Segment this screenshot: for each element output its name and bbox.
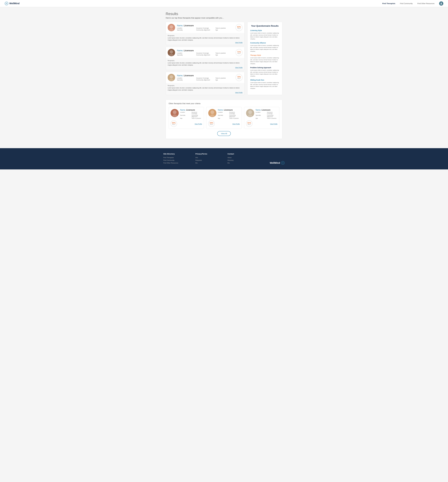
therapist-info-1: Name, Licensure Location Insurance Cover… <box>177 24 234 31</box>
match-percent-2: 71% <box>237 51 241 53</box>
other-card-footer-3: 41% Match View Profile <box>246 120 277 127</box>
footer-link-2-1[interactable]: Directory <box>228 159 252 161</box>
results-subtitle: Here's our top three therapists that app… <box>166 17 282 19</box>
q-item-text-1: Lorem ipsum dolor sit amet, consetetur s… <box>250 44 279 52</box>
footer-col-title-1: Privacy/Terms <box>196 153 220 155</box>
other-therapists-section: Other therapists that meet your criteria… <box>166 100 282 139</box>
footer-link-1-2[interactable]: Etc. <box>196 162 220 164</box>
svg-point-9 <box>172 114 177 117</box>
q-item-1: Community Alliance Lorem ipsum dolor sit… <box>250 42 279 52</box>
other-therapists-title: Other therapists that meet your criteria <box>169 103 279 105</box>
other-view-profile-link-2[interactable]: View Profile <box>232 123 240 125</box>
therapist-meta-3: Location Insurance Coverage Years in pra… <box>177 77 234 81</box>
top-therapist-list: Name, Licensure Location Insurance Cover… <box>166 22 244 95</box>
other-card-header-2: Name, Licensure Location Insurance Cover… <box>208 109 240 119</box>
face-svg-3 <box>168 74 175 81</box>
other-match-percent-3: 41% <box>247 122 251 124</box>
therapist-name-2: Name, Licensure <box>177 49 234 52</box>
match-circle-1: 83% Match <box>236 24 243 31</box>
q-item-title-2: Therapy Style <box>250 54 279 56</box>
therapist-info-2: Name, Licensure Location Insurance Cover… <box>177 49 234 56</box>
match-circle-3: 70% Match <box>236 74 243 81</box>
other-avatar-1 <box>171 109 179 117</box>
svg-point-7 <box>169 79 173 81</box>
other-card-header-1: Name, Licensure Location Insurance Cover… <box>171 109 202 119</box>
therapist-meta-1: Location Insurance Coverage Years in pra… <box>177 27 234 31</box>
footer-inner: Site DirectoryFind TherapistsFind Commun… <box>163 153 285 165</box>
other-view-profile-link-1[interactable]: View Profile <box>195 123 202 125</box>
svg-point-11 <box>210 114 215 117</box>
q-item-title-1: Community Alliance <box>250 42 279 44</box>
brain-icon <box>5 2 8 5</box>
footer-link-2-0[interactable]: About <box>228 157 252 159</box>
therapist-avatar-3 <box>168 74 175 81</box>
footer-logo-text: WellMind <box>270 162 280 164</box>
questionnaire-items: Listening Style Lorem ipsum dolor sit am… <box>250 30 279 89</box>
nav-links: Find Therapists Find Community Find Othe… <box>382 2 434 4</box>
therapist-card-3: Name, Licensure Location Insurance Cover… <box>166 72 244 95</box>
therapist-avatar-1 <box>168 24 175 31</box>
user-icon <box>440 2 442 5</box>
therapist-info-3: Name, Licensure Location Insurance Cover… <box>177 74 234 81</box>
main-content: Results Here's our top three therapists … <box>163 7 285 148</box>
q-item-text-3: Lorem ipsum dolor sit amet, consetetur s… <box>250 69 279 77</box>
view-profile-link-3[interactable]: View Profile <box>168 92 243 93</box>
match-circle-2: 71% Match <box>236 49 243 56</box>
therapist-avatar-2 <box>168 49 175 56</box>
match-percent-1: 83% <box>237 26 241 28</box>
other-card-3: Name, Licensure Location Insurance Cover… <box>244 107 279 129</box>
results-title: Results <box>166 12 282 16</box>
footer-link-1-1[interactable]: Requests <box>196 159 220 161</box>
q-item-text-0: Lorem ipsum dolor sit amet, consetetur s… <box>250 32 279 40</box>
other-card-footer-1: 50% Match View Profile <box>171 120 202 127</box>
footer-col-title-0: Site Directory <box>163 153 189 155</box>
footer-col-0: Site DirectoryFind TherapistsFind Commun… <box>163 153 189 165</box>
svg-point-8 <box>173 110 177 114</box>
footer-link-0-1[interactable]: Find Community <box>163 159 189 161</box>
other-view-profile-link-3[interactable]: View Profile <box>270 123 277 125</box>
svg-point-2 <box>170 25 173 29</box>
footer-logo: WellMind <box>270 161 285 165</box>
footer-link-0-2[interactable]: Find Other Resources <box>163 162 189 164</box>
footer-logo-container: WellMind <box>259 153 285 165</box>
footer: Site DirectoryFind TherapistsFind Commun… <box>0 148 448 169</box>
view-profile-link-1[interactable]: View Profile <box>168 42 243 43</box>
logo[interactable]: WellMind <box>5 2 19 5</box>
other-card-header-3: Name, Licensure Location Insurance Cover… <box>246 109 277 119</box>
other-info-2: Name, Licensure Location Insurance Cover… <box>218 109 240 119</box>
q-item-0: Listening Style Lorem ipsum dolor sit am… <box>250 30 279 40</box>
other-match-circle-2: 43% Match <box>208 120 215 127</box>
footer-col-1: Privacy/TermsInfoRequestsEtc. <box>196 153 220 165</box>
therapist-bio-2: Biography Lorem ipsum dolor sit amet, co… <box>166 58 244 70</box>
other-match-circle-3: 41% Match <box>246 120 252 127</box>
therapist-card-1: Name, Licensure Location Insurance Cover… <box>166 22 244 45</box>
face-svg-2 <box>168 49 175 56</box>
nav-find-other-resources[interactable]: Find Other Resources <box>417 2 434 4</box>
footer-link-1-0[interactable]: Info <box>196 157 220 159</box>
q-item-title-3: Problem Solving Approach <box>250 67 279 69</box>
face-svg-1 <box>168 24 175 31</box>
other-info-1: Name, Licensure Location Insurance Cover… <box>180 109 202 119</box>
other-card-1: Name, Licensure Location Insurance Cover… <box>169 107 204 129</box>
other-match-percent-2: 43% <box>210 122 213 124</box>
svg-point-13 <box>248 114 252 117</box>
questionnaire-panel: Your Questionnaire Results Listening Sty… <box>247 22 282 95</box>
footer-link-0-0[interactable]: Find Therapists <box>163 157 189 159</box>
therapist-name-3: Name, Licensure <box>177 74 234 77</box>
other-meta-3: Location Insurance Coverage Specialty Co… <box>256 112 277 119</box>
view-profile-link-2[interactable]: View Profile <box>168 67 243 68</box>
view-all-button[interactable]: View All <box>217 131 231 136</box>
footer-col-2: ContactAboutDirectoryEtc. <box>228 153 252 165</box>
nav-find-community[interactable]: Find Community <box>400 2 413 4</box>
other-card-footer-2: 43% Match View Profile <box>208 120 240 127</box>
other-name-2: Name, Licensure <box>218 109 240 111</box>
therapist-name-1: Name, Licensure <box>177 24 234 27</box>
svg-point-3 <box>169 29 173 31</box>
other-meta-2: Location Insurance Coverage Specialty Co… <box>218 112 240 119</box>
svg-point-10 <box>211 110 214 114</box>
nav-find-therapists[interactable]: Find Therapists <box>382 2 395 4</box>
other-avatar-3 <box>246 109 254 117</box>
svg-point-4 <box>170 50 173 54</box>
user-avatar[interactable] <box>439 1 443 6</box>
footer-link-2-2[interactable]: Etc. <box>228 162 252 164</box>
